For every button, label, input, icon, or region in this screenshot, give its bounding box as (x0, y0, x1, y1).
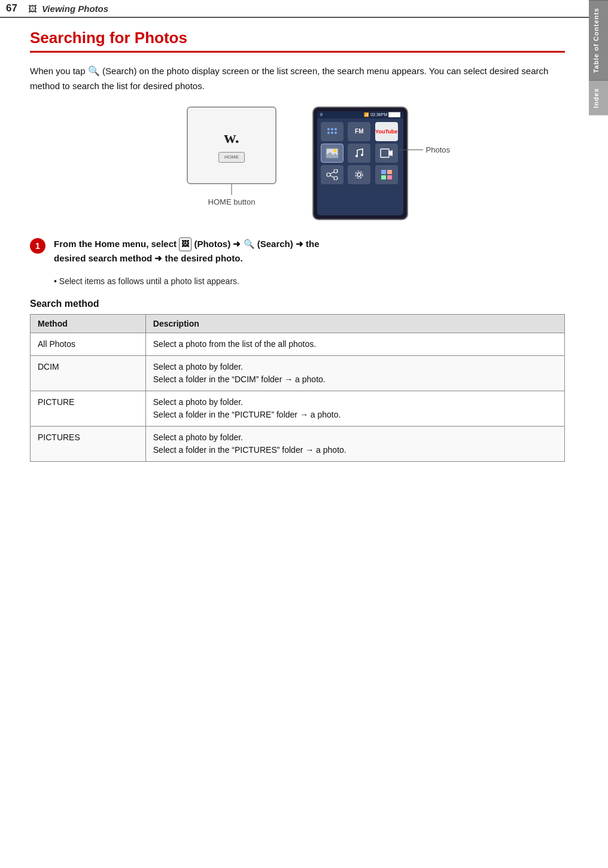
section-title: Searching for Photos (30, 29, 565, 53)
description-cell: Select a photo by folder.Select a folder… (145, 356, 564, 391)
table-row: PICTURESelect a photo by folder.Select a… (31, 391, 565, 427)
camera-icon: 🖼 (28, 4, 37, 14)
fm-icon: FM (348, 122, 370, 141)
devices-row: w. HOME HOME button II 📶 02:36PM ████ (30, 106, 565, 220)
svg-line-16 (330, 172, 334, 173)
description-cell: Select a photo by folder.Select a folder… (145, 391, 564, 427)
index-tab[interactable]: Index (589, 80, 608, 115)
table-row: All PhotosSelect a photo from the list o… (31, 333, 565, 356)
table-header-method: Method (31, 315, 146, 333)
method-cell: DCIM (31, 356, 146, 391)
phone-body: II 📶 02:36PM ████ (312, 106, 408, 220)
svg-point-2 (335, 128, 337, 130)
photos-label: Photos (399, 145, 450, 154)
device-mockup-1: w. HOME HOME button (187, 106, 276, 206)
video-icon (375, 144, 398, 163)
method-cell: PICTURE (31, 391, 146, 427)
svg-point-5 (335, 132, 337, 134)
icons-grid: FM YouTube (317, 118, 403, 188)
device-mockup-2: II 📶 02:36PM ████ (312, 106, 408, 220)
method-cell: PICTURES (31, 427, 146, 462)
svg-rect-22 (381, 175, 386, 179)
svg-rect-23 (387, 175, 392, 179)
table-header-description: Description (145, 315, 564, 333)
svg-point-15 (334, 176, 338, 180)
svg-point-14 (334, 169, 338, 173)
svg-point-19 (355, 171, 363, 178)
method-cell: All Photos (31, 333, 146, 356)
svg-rect-11 (381, 149, 389, 157)
photos-icon-cell (321, 144, 343, 163)
home-button-device: HOME (218, 152, 245, 163)
device-connector (231, 184, 232, 195)
svg-point-9 (355, 155, 358, 157)
svg-rect-21 (387, 170, 392, 174)
svg-point-4 (331, 132, 333, 134)
table-row: PICTURESSelect a photo by folder.Select … (31, 427, 565, 462)
page-number: 67 (6, 2, 17, 14)
search-table: Method Description All PhotosSelect a ph… (30, 314, 565, 462)
svg-line-17 (330, 175, 334, 177)
svg-point-13 (327, 173, 330, 176)
music-icon (348, 144, 370, 163)
svg-rect-20 (381, 170, 386, 174)
table-row: DCIMSelect a photo by folder.Select a fo… (31, 356, 565, 391)
intro-text: When you tap 🔍 (Search) on the photo dis… (30, 63, 565, 93)
share-icon (321, 165, 343, 184)
svg-marker-12 (389, 150, 393, 156)
top-bar: 67 🖼 Viewing Photos (0, 0, 608, 18)
svg-point-1 (331, 128, 333, 130)
player-logo: w. (224, 128, 239, 147)
toc-tab[interactable]: Table of Contents (589, 0, 608, 80)
step-1-text: From the Home menu, select 🖼 (Photos) ➜ … (54, 237, 320, 266)
settings-icon (348, 165, 370, 184)
svg-point-3 (327, 132, 330, 134)
status-bar: II 📶 02:36PM ████ (317, 111, 403, 118)
main-content: Searching for Photos When you tap 🔍 (Sea… (0, 18, 589, 486)
player-body: w. HOME (187, 106, 276, 184)
step-1-circle: 1 (30, 238, 45, 254)
description-cell: Select a photo from the list of the all … (145, 333, 564, 356)
home-button-label: HOME button (208, 197, 256, 206)
svg-point-0 (327, 128, 330, 130)
apps-icon (375, 165, 398, 184)
phone-screen: II 📶 02:36PM ████ (317, 111, 403, 215)
search-method-title: Search method (30, 299, 565, 309)
svg-point-10 (361, 154, 363, 156)
www-icon (321, 122, 343, 141)
description-cell: Select a photo by folder.Select a folder… (145, 427, 564, 462)
bullet-text: Select items as follows until a photo li… (54, 275, 565, 288)
svg-point-18 (357, 173, 361, 176)
page-title: Viewing Photos (42, 4, 108, 14)
right-sidebar: Table of Contents Index (589, 0, 608, 868)
svg-point-8 (334, 149, 337, 152)
youtube-icon: YouTube (375, 122, 398, 141)
step-1-block: 1 From the Home menu, select 🖼 (Photos) … (30, 237, 565, 266)
